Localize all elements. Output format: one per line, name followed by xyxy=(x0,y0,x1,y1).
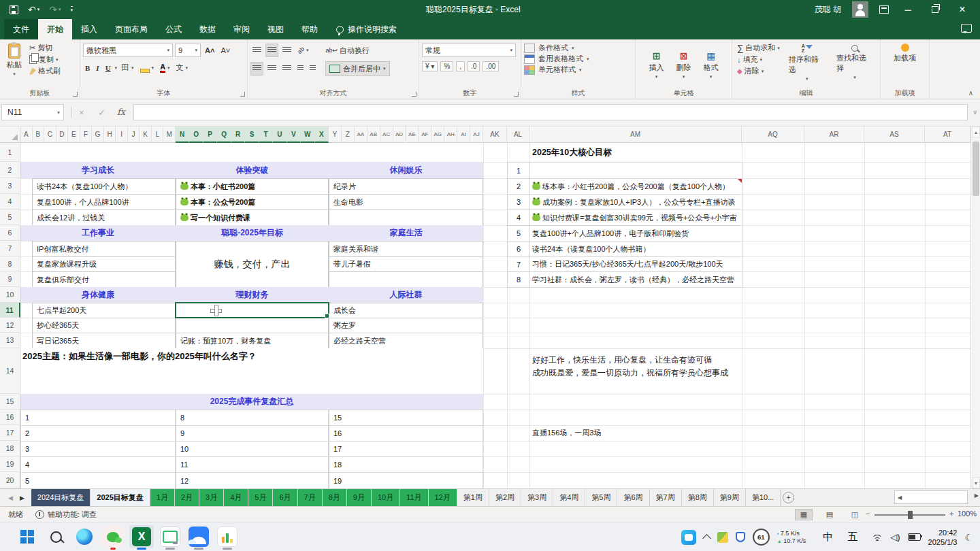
column-header-F[interactable]: F xyxy=(80,127,93,143)
sheet-tab-14[interactable]: 第1周 xyxy=(457,489,489,506)
column-header-AJ[interactable]: AJ xyxy=(470,127,483,143)
core-goal-number[interactable]: 4 xyxy=(507,210,530,226)
theme-cell[interactable]: 2025主题：如果生活像一部电影，你的2025年叫什么名字？ xyxy=(20,348,483,394)
clock[interactable]: 20:42 2025/1/3 xyxy=(928,528,958,547)
volume-icon[interactable]: ◁) xyxy=(890,532,900,542)
formula-input[interactable] xyxy=(133,104,968,120)
column-header-S[interactable]: S xyxy=(245,127,259,143)
taskbar-chart-app-button[interactable] xyxy=(215,525,240,548)
row-header-20[interactable]: 20 xyxy=(0,472,20,488)
summary-cell[interactable]: 2 xyxy=(20,425,176,441)
core-goal-number[interactable]: 8 xyxy=(507,271,530,288)
column-header-I[interactable]: I xyxy=(116,127,128,143)
restore-button[interactable] xyxy=(927,5,943,15)
alignment-dialog-launcher-icon[interactable] xyxy=(412,92,416,97)
column-header-AG[interactable]: AG xyxy=(431,127,444,143)
goal-center-cell[interactable]: 赚钱，交付，产出 xyxy=(176,241,329,288)
find-select-button[interactable]: 查找和选择▾ xyxy=(832,42,877,83)
row-header-9[interactable]: 9 xyxy=(0,271,20,287)
row-header-15[interactable]: 15 xyxy=(0,394,20,410)
wifi-icon[interactable] xyxy=(872,533,883,541)
core-goal-cell[interactable]: 学习社群：成长会，粥左罗，读书（经典），必经之路天空营 xyxy=(529,271,742,288)
row-header-11[interactable]: 11 xyxy=(0,303,20,318)
horizontal-scrollbar[interactable]: ◀ xyxy=(894,490,968,504)
goal-cell[interactable]: 写日记365天 xyxy=(32,333,176,349)
row-header-10[interactable]: 10 xyxy=(0,287,20,303)
column-header-AC[interactable]: AC xyxy=(380,127,393,143)
sheet-tab-17[interactable]: 第4周 xyxy=(553,489,585,506)
number-format-select[interactable]: 常规▾ xyxy=(422,44,516,57)
scroll-right-icon[interactable]: ▶ xyxy=(975,492,979,499)
insert-cells-button[interactable]: ⊞插入▾ xyxy=(645,42,668,88)
core-goal-cell[interactable]: 练本事：小红书200篇，公众号200篇（复盘100个人物） xyxy=(529,178,742,195)
row-header-8[interactable]: 8 xyxy=(0,256,20,271)
column-header-B[interactable]: B xyxy=(33,127,45,143)
undo-button[interactable]: ↶▾ xyxy=(28,5,39,14)
zoom-level[interactable]: 100% xyxy=(958,510,977,518)
column-header-K[interactable]: K xyxy=(140,127,152,143)
cut-button[interactable]: ✂剪切 xyxy=(27,42,63,54)
avatar[interactable] xyxy=(852,1,868,18)
taskbar-edge-button[interactable] xyxy=(72,525,97,548)
sheet-tab-21[interactable]: 第8周 xyxy=(682,489,714,506)
align-center-button[interactable] xyxy=(265,62,278,76)
kuaishou-icon[interactable] xyxy=(681,530,696,545)
row-header-13[interactable]: 13 xyxy=(0,333,20,348)
percent-style-button[interactable]: % xyxy=(440,61,453,71)
column-header-AF[interactable]: AF xyxy=(419,127,431,143)
format-as-table-button[interactable]: 套用表格格式▾ xyxy=(524,54,632,64)
column-header-AI[interactable]: AI xyxy=(457,127,470,143)
shrink-font-button[interactable]: A˅ xyxy=(218,46,232,55)
core-goal-cell[interactable]: 读书24本（读复盘100个人物书籍） xyxy=(529,241,742,257)
row-header-14[interactable]: 14 xyxy=(0,348,20,394)
grow-font-button[interactable]: A˄ xyxy=(203,46,216,55)
focus-assist-moon-icon[interactable]: ☾ xyxy=(964,532,973,543)
menu-tab-0[interactable]: 文件 xyxy=(4,19,38,39)
column-header-T[interactable]: T xyxy=(259,127,273,143)
column-header-AM[interactable]: AM xyxy=(529,127,742,143)
clipboard-dialog-launcher-icon[interactable] xyxy=(73,92,78,97)
account-name[interactable]: 茂聪 胡 xyxy=(815,4,841,16)
row-header-3[interactable]: 3 xyxy=(0,178,20,194)
align-bottom-button[interactable] xyxy=(280,44,293,57)
italic-button[interactable]: I xyxy=(94,63,101,73)
column-header-X[interactable]: X xyxy=(315,127,329,143)
goal-cell[interactable]: IP创富私教交付 xyxy=(32,241,176,257)
row-header-18[interactable]: 18 xyxy=(0,441,20,456)
summary-cell[interactable]: 1 xyxy=(20,410,176,426)
decrease-decimal-button[interactable]: .00 xyxy=(483,61,499,71)
conditional-formatting-button[interactable]: 条件格式▾ xyxy=(524,43,632,53)
goal-cell[interactable]: 粥左罗 xyxy=(329,318,483,333)
column-header-P[interactable]: P xyxy=(203,127,217,143)
summary-cell[interactable]: 16 xyxy=(329,425,483,441)
minimize-button[interactable]: ─ xyxy=(900,5,916,15)
summary-cell[interactable]: 9 xyxy=(176,425,329,441)
sheet-nav-right-icon[interactable]: ▶ xyxy=(20,495,24,501)
vertical-scrollbar[interactable]: ▲ ▼ xyxy=(970,127,980,488)
row-header-5[interactable]: 5 xyxy=(0,210,20,225)
goal-cell[interactable]: 家庭关系和谐 xyxy=(329,241,483,257)
column-header-L[interactable]: L xyxy=(152,127,164,143)
column-header-AR[interactable]: AR xyxy=(804,127,864,143)
number-dialog-launcher-icon[interactable] xyxy=(514,92,519,97)
format-cells-button[interactable]: ▦格式▾ xyxy=(700,42,723,88)
align-left-button[interactable] xyxy=(250,62,263,76)
goal-cell[interactable]: 带儿子暑假 xyxy=(329,256,483,272)
sheet-tab-2[interactable]: 1月 xyxy=(150,489,175,506)
core-goal-number[interactable]: 2 xyxy=(507,178,530,195)
column-header-AA[interactable]: AA xyxy=(355,127,368,143)
menu-tab-1[interactable]: 开始 xyxy=(38,19,72,39)
goal-cell[interactable]: 复盘俱乐部交付 xyxy=(32,271,176,288)
column-header-O[interactable]: O xyxy=(189,127,203,143)
zoom-out-icon[interactable]: − xyxy=(866,510,870,518)
column-header-N[interactable]: N xyxy=(176,127,189,143)
horizontal-scroll-thumb[interactable] xyxy=(904,491,967,503)
goal-cell[interactable]: 本事：公众号200篇 xyxy=(176,194,329,210)
cell-styles-button[interactable]: 单元格样式▾ xyxy=(524,65,632,75)
format-painter-button[interactable]: 格式刷 xyxy=(27,65,63,77)
taskbar-wechat-button[interactable] xyxy=(101,525,125,548)
battery-icon[interactable] xyxy=(908,533,921,541)
phonetic-guide-button[interactable]: 文▾ xyxy=(174,62,191,73)
column-header-AQ[interactable]: AQ xyxy=(742,127,804,143)
core-goal-cell[interactable]: 复盘100讲+个人品牌100讲，电子版和印刷验货 xyxy=(529,225,742,241)
